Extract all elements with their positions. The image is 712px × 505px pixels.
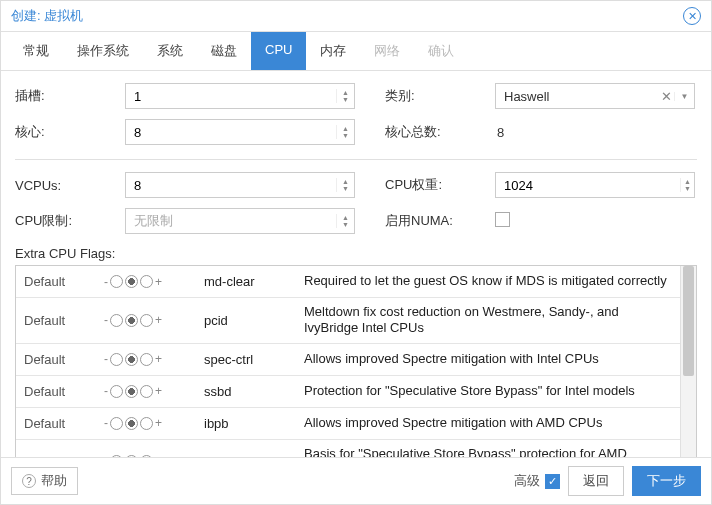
clear-icon[interactable]: ✕ — [658, 89, 674, 104]
window-title: 创建: 虚拟机 — [11, 7, 83, 25]
flag-desc: Required to let the guest OS know if MDS… — [304, 273, 672, 289]
cores-label: 核心: — [15, 123, 125, 141]
vcpus-field[interactable] — [126, 173, 336, 197]
flag-name: spec-ctrl — [204, 352, 304, 367]
chevron-down-icon[interactable]: ▼ — [674, 92, 694, 101]
numa-checkbox[interactable] — [495, 212, 510, 227]
flag-tristate[interactable]: -+ — [104, 416, 204, 430]
radio-off[interactable] — [110, 314, 123, 327]
spinner-arrows[interactable]: ▲▼ — [336, 214, 354, 228]
vcpus-label: VCPUs: — [15, 178, 125, 193]
spinner-arrows[interactable]: ▲▼ — [336, 178, 354, 192]
chevron-up-icon[interactable]: ▲ — [337, 214, 354, 221]
flag-row: Default-+pcidMeltdown fix cost reduction… — [16, 298, 680, 344]
chevron-up-icon[interactable]: ▲ — [337, 89, 354, 96]
radio-on[interactable] — [140, 275, 153, 288]
radio-on[interactable] — [140, 353, 153, 366]
cpu-type-value: Haswell — [496, 89, 658, 104]
cpu-units-label: CPU权重: — [385, 176, 495, 194]
advanced-toggle[interactable]: 高级 ✓ — [514, 472, 560, 490]
cpu-limit-label: CPU限制: — [15, 212, 125, 230]
flag-desc: Allows improved Spectre mitigation with … — [304, 415, 672, 431]
sockets-input[interactable]: ▲▼ — [125, 83, 355, 109]
scroll-thumb[interactable] — [683, 266, 694, 376]
plus-icon: + — [155, 313, 162, 327]
radio-default[interactable] — [125, 417, 138, 430]
help-label: 帮助 — [41, 472, 67, 490]
total-cores-label: 核心总数: — [385, 123, 495, 141]
flag-name: md-clear — [204, 274, 304, 289]
chevron-down-icon[interactable]: ▼ — [337, 185, 354, 192]
chevron-down-icon[interactable]: ▼ — [337, 96, 354, 103]
radio-default[interactable] — [125, 385, 138, 398]
separator — [15, 159, 697, 160]
radio-off[interactable] — [110, 275, 123, 288]
cpu-type-select[interactable]: Haswell ✕ ▼ — [495, 83, 695, 109]
spinner-arrows[interactable]: ▲▼ — [680, 178, 694, 192]
flag-state: Default — [24, 416, 104, 431]
tab-bar: 常规操作系统系统磁盘CPU内存网络确认 — [1, 32, 711, 71]
flag-tristate[interactable]: -+ — [104, 313, 204, 327]
type-label: 类别: — [385, 87, 495, 105]
radio-off[interactable] — [110, 417, 123, 430]
tab-5[interactable]: 内存 — [306, 32, 360, 70]
tab-4[interactable]: CPU — [251, 32, 306, 70]
cores-field[interactable] — [126, 120, 336, 144]
titlebar: 创建: 虚拟机 ✕ — [1, 1, 711, 32]
flag-tristate[interactable]: -+ — [104, 384, 204, 398]
flag-name: ssbd — [204, 384, 304, 399]
chevron-up-icon[interactable]: ▲ — [337, 125, 354, 132]
radio-on[interactable] — [140, 417, 153, 430]
chevron-up-icon[interactable]: ▲ — [337, 178, 354, 185]
tab-7: 确认 — [414, 32, 468, 70]
flags-title: Extra CPU Flags: — [15, 246, 697, 261]
plus-icon: + — [155, 384, 162, 398]
tab-6: 网络 — [360, 32, 414, 70]
spinner-arrows[interactable]: ▲▼ — [336, 125, 354, 139]
scrollbar[interactable] — [680, 266, 696, 457]
sockets-field[interactable] — [126, 84, 336, 108]
cpu-units-field[interactable] — [496, 173, 680, 197]
flag-name: ibpb — [204, 416, 304, 431]
chevron-down-icon[interactable]: ▼ — [337, 221, 354, 228]
cores-input[interactable]: ▲▼ — [125, 119, 355, 145]
tab-2[interactable]: 系统 — [143, 32, 197, 70]
flag-row: Default-+ibpbAllows improved Spectre mit… — [16, 408, 680, 440]
cpu-adv-form: VCPUs: ▲▼ CPU权重: ▲▼ CPU限制: ▲▼ 启用NUMA: — [15, 172, 697, 234]
minus-icon: - — [104, 275, 108, 289]
cpu-limit-input[interactable]: ▲▼ — [125, 208, 355, 234]
flag-desc: Basis for "Speculative Store Bypass" pro… — [304, 446, 672, 458]
radio-on[interactable] — [140, 385, 153, 398]
radio-off[interactable] — [110, 353, 123, 366]
tab-0[interactable]: 常规 — [9, 32, 63, 70]
radio-default[interactable] — [125, 353, 138, 366]
flag-state: Default — [24, 274, 104, 289]
tab-3[interactable]: 磁盘 — [197, 32, 251, 70]
radio-default[interactable] — [125, 275, 138, 288]
cpu-units-input[interactable]: ▲▼ — [495, 172, 695, 198]
chevron-up-icon[interactable]: ▲ — [681, 178, 694, 185]
chevron-down-icon[interactable]: ▼ — [337, 132, 354, 139]
minus-icon: - — [104, 313, 108, 327]
plus-icon: + — [155, 275, 162, 289]
flag-tristate[interactable]: -+ — [104, 275, 204, 289]
flag-tristate[interactable]: -+ — [104, 352, 204, 366]
help-button[interactable]: ? 帮助 — [11, 467, 78, 495]
sockets-label: 插槽: — [15, 87, 125, 105]
minus-icon: - — [104, 352, 108, 366]
radio-default[interactable] — [125, 314, 138, 327]
cpu-limit-field[interactable] — [126, 209, 336, 233]
tab-1[interactable]: 操作系统 — [63, 32, 143, 70]
flags-box: Default-+md-clearRequired to let the gue… — [15, 265, 697, 457]
next-button[interactable]: 下一步 — [632, 466, 701, 496]
plus-icon: + — [155, 416, 162, 430]
chevron-down-icon[interactable]: ▼ — [681, 185, 694, 192]
spinner-arrows[interactable]: ▲▼ — [336, 89, 354, 103]
vcpus-input[interactable]: ▲▼ — [125, 172, 355, 198]
close-icon[interactable]: ✕ — [683, 7, 701, 25]
back-button[interactable]: 返回 — [568, 466, 624, 496]
flag-desc: Meltdown fix cost reduction on Westmere,… — [304, 304, 672, 337]
flag-desc: Protection for "Speculative Store Bypass… — [304, 383, 672, 399]
radio-off[interactable] — [110, 385, 123, 398]
radio-on[interactable] — [140, 314, 153, 327]
